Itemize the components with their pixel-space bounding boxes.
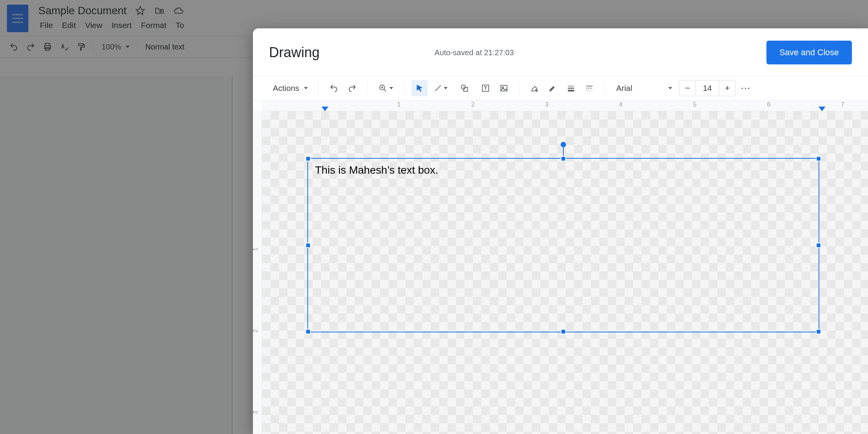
ruler-tick: 4 (619, 101, 623, 108)
border-dash-button[interactable] (581, 80, 597, 96)
textbox-content[interactable]: This is Mahesh’s text box. (308, 159, 819, 182)
drawing-workspace: 1 2 3 4 5 6 7 1 2 3 This is Mahesh’s tex… (253, 100, 868, 434)
font-size-increase[interactable]: + (719, 81, 735, 96)
image-tool[interactable] (496, 80, 512, 96)
resize-handle-ne[interactable] (816, 156, 821, 161)
ruler-tick: 3 (545, 101, 549, 108)
indent-marker-right-icon[interactable] (819, 107, 825, 111)
resize-handle-w[interactable] (305, 243, 311, 248)
ruler-tick: 6 (767, 101, 771, 108)
ruler-tick: 1 (397, 101, 401, 108)
resize-handle-n[interactable] (561, 156, 566, 161)
actions-label: Actions (273, 84, 299, 93)
textbox-shape[interactable]: This is Mahesh’s text box. (307, 158, 819, 332)
svg-point-16 (536, 90, 537, 92)
svg-rect-14 (501, 85, 507, 91)
modal-title: Drawing (269, 44, 320, 61)
zoom-dropdown[interactable] (374, 80, 397, 96)
autosave-status: Auto-saved at 21:27:03 (435, 48, 514, 57)
textbox-tool[interactable] (477, 80, 494, 96)
ruler-tick: 5 (693, 101, 697, 108)
undo-button[interactable] (326, 80, 342, 96)
save-and-close-button[interactable]: Save and Close (766, 41, 852, 64)
ruler-tick: 2 (471, 101, 475, 108)
resize-handle-nw[interactable] (305, 156, 311, 161)
more-tools-button[interactable]: ··· (738, 80, 754, 96)
select-tool[interactable] (412, 80, 428, 96)
shape-tool[interactable] (454, 80, 475, 96)
resize-handle-se[interactable] (816, 329, 821, 334)
fill-color-button[interactable] (526, 80, 542, 96)
ruler-tick: 7 (841, 101, 845, 108)
chevron-down-icon (668, 87, 672, 89)
svg-rect-10 (464, 87, 468, 91)
border-color-button[interactable] (545, 80, 561, 96)
font-name: Arial (616, 84, 632, 93)
font-size-field[interactable] (696, 81, 719, 96)
resize-handle-sw[interactable] (305, 329, 311, 334)
line-tool[interactable] (430, 80, 451, 96)
chevron-down-icon (304, 87, 308, 89)
svg-line-5 (384, 89, 386, 92)
resize-handle-e[interactable] (816, 243, 821, 248)
chevron-down-icon (389, 87, 393, 89)
font-size-stepper[interactable]: − + (679, 80, 736, 96)
rotate-handle-icon[interactable] (561, 142, 566, 147)
chevron-down-icon (444, 87, 448, 89)
ruler-vertical[interactable]: 1 2 3 (253, 111, 262, 434)
drawing-toolbar: Actions (253, 76, 868, 100)
resize-handle-s[interactable] (561, 329, 566, 334)
ruler-horizontal[interactable]: 1 2 3 4 5 6 7 (262, 100, 868, 111)
ruler-tick: 3 (252, 411, 259, 414)
font-dropdown[interactable]: Arial (612, 81, 677, 95)
font-size-decrease[interactable]: − (679, 81, 696, 96)
indent-marker-left-icon[interactable] (322, 107, 328, 111)
drawing-modal: Drawing Auto-saved at 21:27:03 Save and … (253, 28, 868, 434)
svg-line-8 (435, 85, 441, 91)
ruler-tick: 2 (252, 329, 259, 333)
drawing-canvas[interactable]: This is Mahesh’s text box. (262, 111, 868, 434)
border-weight-button[interactable] (563, 80, 579, 96)
actions-dropdown[interactable]: Actions (269, 81, 312, 96)
redo-button[interactable] (344, 80, 360, 96)
ruler-tick: 1 (252, 248, 259, 251)
